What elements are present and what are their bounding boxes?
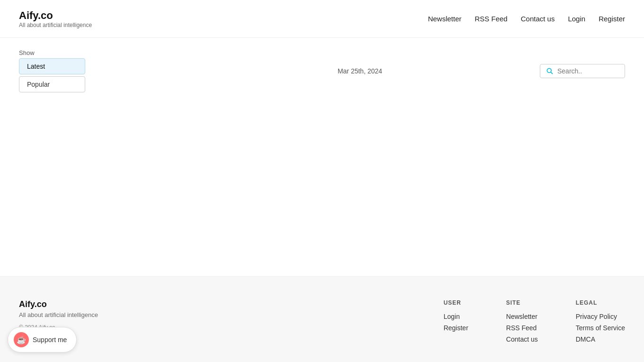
site-header: Aify.co All about artificial intelligenc… xyxy=(0,0,644,38)
filter-popular[interactable]: Popular xyxy=(19,76,85,92)
footer-site-heading: SITE xyxy=(506,299,538,306)
support-button[interactable]: ☕ Support me xyxy=(8,327,77,353)
nav-contact-us[interactable]: Contact us xyxy=(521,15,555,23)
content-area xyxy=(19,102,625,257)
search-container xyxy=(540,64,625,78)
footer-columns: USER Login Register SITE Newsletter RSS … xyxy=(444,299,625,347)
footer-tos-link[interactable]: Terms of Service xyxy=(576,324,625,332)
footer-login-link[interactable]: Login xyxy=(444,313,468,320)
main-content: Show Latest Popular Mar 25th, 2024 xyxy=(0,38,644,276)
footer-user-heading: USER xyxy=(444,299,468,306)
footer-newsletter-link[interactable]: Newsletter xyxy=(506,313,538,320)
nav-rss-feed[interactable]: RSS Feed xyxy=(475,15,508,23)
support-icon: ☕ xyxy=(14,332,29,347)
footer-privacy-link[interactable]: Privacy Policy xyxy=(576,313,625,320)
footer-dmca-link[interactable]: DMCA xyxy=(576,335,625,343)
nav-register[interactable]: Register xyxy=(599,15,625,23)
support-label: Support me xyxy=(33,336,67,344)
logo-subtitle: All about artificial intelligence xyxy=(19,22,92,28)
footer-tagline: All about artificial intelligence xyxy=(19,311,98,318)
nav-newsletter[interactable]: Newsletter xyxy=(428,15,462,23)
date-label: Mar 25th, 2024 xyxy=(338,67,382,75)
filter-latest[interactable]: Latest xyxy=(19,58,85,74)
footer-legal-col: LEGAL Privacy Policy Terms of Service DM… xyxy=(576,299,625,347)
search-icon xyxy=(546,67,554,75)
logo-title: Aify.co xyxy=(19,9,92,22)
site-footer: Aify.co All about artificial intelligenc… xyxy=(0,276,644,362)
filter-section: Show Latest Popular xyxy=(19,49,85,92)
footer-register-link[interactable]: Register xyxy=(444,324,468,332)
filter-buttons: Latest Popular xyxy=(19,58,85,92)
footer-inner: Aify.co All about artificial intelligenc… xyxy=(19,299,625,347)
logo-block: Aify.co All about artificial intelligenc… xyxy=(19,9,92,28)
top-bar: Show Latest Popular Mar 25th, 2024 xyxy=(19,49,625,92)
footer-site-col: SITE Newsletter RSS Feed Contact us xyxy=(506,299,538,347)
footer-rss-link[interactable]: RSS Feed xyxy=(506,324,538,332)
show-label: Show xyxy=(19,49,85,56)
search-input[interactable] xyxy=(557,67,619,75)
nav-login[interactable]: Login xyxy=(568,15,585,23)
footer-logo: Aify.co xyxy=(19,299,98,309)
svg-line-1 xyxy=(551,72,553,74)
footer-user-col: USER Login Register xyxy=(444,299,468,347)
main-nav: Newsletter RSS Feed Contact us Login Reg… xyxy=(428,15,625,23)
footer-contact-link[interactable]: Contact us xyxy=(506,335,538,343)
footer-legal-heading: LEGAL xyxy=(576,299,625,306)
